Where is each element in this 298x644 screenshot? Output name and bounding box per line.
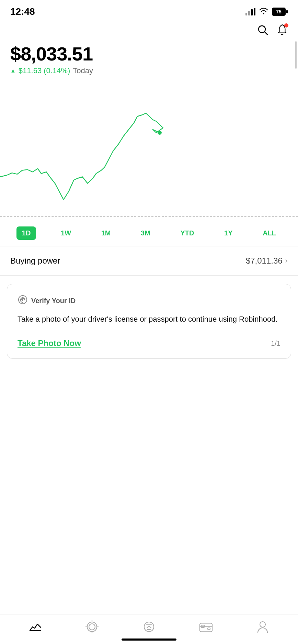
signal-icon	[245, 8, 255, 15]
notification-badge	[284, 23, 288, 27]
profile-icon	[256, 620, 270, 634]
wifi-icon	[259, 7, 268, 16]
verify-body: Take a photo of your driver's license or…	[18, 313, 280, 325]
change-today: Today	[73, 66, 93, 75]
nav-profile[interactable]	[256, 620, 270, 634]
filter-all[interactable]: ALL	[257, 226, 282, 240]
nav-crypto[interactable]	[85, 620, 99, 634]
verify-footer: Take Photo Now 1/1	[18, 338, 280, 348]
filter-1w[interactable]: 1W	[55, 226, 77, 240]
verify-card: Verify Your ID Take a photo of your driv…	[7, 284, 291, 359]
notifications-button[interactable]	[277, 24, 288, 36]
fingerprint-icon	[18, 295, 28, 307]
trade-icon	[142, 620, 156, 634]
search-icon	[257, 24, 268, 36]
chart-separator	[0, 216, 298, 217]
svg-point-11	[144, 622, 154, 632]
svg-point-17	[260, 622, 265, 627]
search-button[interactable]	[257, 24, 268, 36]
battery-icon: 75	[272, 8, 288, 16]
buying-power-label: Buying power	[10, 256, 60, 266]
filter-3m[interactable]: 3M	[135, 226, 156, 240]
nav-card[interactable]	[199, 620, 213, 634]
card-count: 1/1	[271, 340, 280, 347]
portfolio-section: $8,033.51 ▲ $11.63 (0.14%) Today	[0, 39, 298, 75]
svg-rect-4	[30, 630, 41, 631]
buying-power-row[interactable]: Buying power $7,011.36 ›	[0, 246, 298, 276]
change-arrow: ▲	[10, 68, 16, 74]
status-bar: 12:48 75	[0, 0, 298, 21]
svg-rect-16	[207, 628, 210, 630]
nav-trade[interactable]	[142, 620, 156, 634]
card-icon	[199, 620, 213, 634]
chart-container	[0, 75, 298, 213]
filter-1d[interactable]: 1D	[16, 226, 36, 240]
buying-power-amount: $7,011.36	[246, 256, 283, 266]
top-actions	[0, 21, 298, 39]
portfolio-value: $8,033.51	[10, 43, 288, 65]
portfolio-chart	[0, 82, 298, 213]
filter-ytd[interactable]: YTD	[175, 226, 199, 240]
status-time: 12:48	[10, 6, 35, 17]
verify-header: Verify Your ID	[18, 295, 280, 307]
home-indicator	[122, 639, 176, 641]
buying-power-value: $7,011.36 ›	[246, 256, 288, 266]
home-chart-icon	[28, 620, 42, 634]
crypto-icon	[85, 620, 99, 634]
portfolio-change: ▲ $11.63 (0.14%) Today	[10, 66, 288, 75]
time-filters: 1D 1W 1M 3M YTD 1Y ALL	[0, 220, 298, 246]
svg-line-1	[265, 32, 268, 35]
chevron-right-icon: ›	[285, 256, 288, 265]
status-icons: 75	[245, 7, 288, 16]
nav-home[interactable]	[28, 620, 42, 634]
change-amount: $11.63 (0.14%)	[19, 66, 70, 75]
svg-point-6	[89, 624, 95, 630]
svg-point-2	[158, 131, 162, 135]
take-photo-button[interactable]: Take Photo Now	[18, 338, 81, 348]
scrollbar[interactable]	[295, 41, 297, 69]
filter-1m[interactable]: 1M	[96, 226, 116, 240]
verify-title: Verify Your ID	[31, 297, 76, 305]
filter-1y[interactable]: 1Y	[219, 226, 238, 240]
